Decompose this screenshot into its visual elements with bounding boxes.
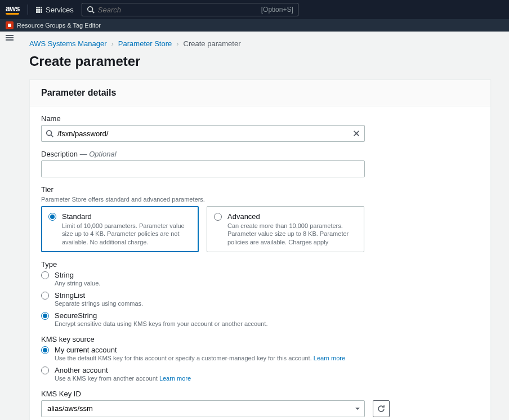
radio-icon xyxy=(48,213,56,221)
svg-line-1 xyxy=(92,11,94,14)
search-input[interactable] xyxy=(98,6,258,14)
search-icon xyxy=(87,6,95,14)
page-title: Create parameter xyxy=(29,53,491,69)
kms-key-id-label: KMS Key ID xyxy=(41,390,479,398)
chevron-right-icon: › xyxy=(176,39,178,48)
type-label: Type xyxy=(41,260,479,269)
radio-icon xyxy=(41,346,49,354)
svg-point-0 xyxy=(88,7,93,12)
breadcrumb-current: Create parameter xyxy=(184,39,241,48)
breadcrumb: AWS Systems Manager › Parameter Store › … xyxy=(29,39,491,48)
refresh-icon xyxy=(377,404,386,413)
field-tier: Tier Parameter Store offers standard and… xyxy=(41,185,479,252)
services-label: Services xyxy=(46,6,74,14)
name-input[interactable] xyxy=(41,125,365,142)
resource-groups-icon xyxy=(6,21,14,29)
tier-option-standard[interactable]: Standard Limit of 10,000 parameters. Par… xyxy=(41,206,199,252)
services-button[interactable]: Services xyxy=(36,6,74,14)
breadcrumb-link-ssm[interactable]: AWS Systems Manager xyxy=(29,39,107,48)
global-search[interactable]: [Option+S] xyxy=(82,3,298,16)
field-name: Name xyxy=(41,114,479,142)
radio-icon xyxy=(41,367,49,374)
type-option-stringlist[interactable]: StringList Separate strings using commas… xyxy=(41,291,479,307)
kms-option-current[interactable]: My current account Use the default KMS k… xyxy=(41,346,479,361)
panel-title: Parameter details xyxy=(41,88,479,98)
sub-nav: Resource Groups & Tag Editor xyxy=(0,19,509,32)
svg-point-2 xyxy=(47,131,52,136)
learn-more-link[interactable]: Learn more xyxy=(314,355,345,361)
sidenav-toggle[interactable] xyxy=(3,35,16,41)
learn-more-link[interactable]: Learn more xyxy=(159,375,191,382)
parameter-details-panel: Parameter details Name Description — Opt… xyxy=(29,79,491,420)
field-description: Description — Optional xyxy=(41,150,479,177)
tier-standard-title: Standard xyxy=(62,212,191,221)
chevron-right-icon: › xyxy=(111,39,114,48)
divider xyxy=(28,5,28,15)
clear-icon[interactable] xyxy=(352,129,360,137)
tier-option-advanced[interactable]: Advanced Can create more than 10,000 par… xyxy=(207,206,364,252)
grid-icon xyxy=(36,7,42,13)
aws-logo[interactable]: aws xyxy=(6,5,20,15)
tier-helper: Parameter Store offers standard and adva… xyxy=(41,196,479,203)
top-nav: aws Services [Option+S] xyxy=(0,0,509,19)
field-type: Type String Any string value. StringList… xyxy=(41,260,479,327)
kms-source-label: KMS key source xyxy=(41,335,479,343)
field-kms-source: KMS key source My current account Use th… xyxy=(41,335,479,382)
description-label: Description — Optional xyxy=(41,150,479,158)
radio-icon xyxy=(214,213,222,221)
breadcrumb-link-parameter-store[interactable]: Parameter Store xyxy=(118,39,172,48)
search-shortcut: [Option+S] xyxy=(261,6,293,14)
page-content: AWS Systems Manager › Parameter Store › … xyxy=(12,32,508,420)
tier-standard-desc: Limit of 10,000 parameters. Parameter va… xyxy=(62,222,191,246)
type-option-string[interactable]: String Any string value. xyxy=(41,271,479,287)
subnav-label[interactable]: Resource Groups & Tag Editor xyxy=(17,22,101,29)
search-icon xyxy=(46,129,53,137)
svg-line-3 xyxy=(51,135,53,137)
kms-option-another[interactable]: Another account Use a KMS key from anoth… xyxy=(41,366,479,382)
field-kms-key-id: KMS Key ID alias/aws/ssm xyxy=(41,390,479,417)
type-option-securestring[interactable]: SecureString Encrypt sensitive data usin… xyxy=(41,311,479,327)
refresh-button[interactable] xyxy=(373,400,390,417)
tier-advanced-title: Advanced xyxy=(227,212,357,221)
kms-key-id-select[interactable]: alias/aws/ssm xyxy=(41,400,365,417)
radio-icon xyxy=(41,292,49,300)
radio-icon xyxy=(41,312,49,320)
tier-label: Tier xyxy=(41,185,479,194)
radio-icon xyxy=(41,271,49,279)
description-input[interactable] xyxy=(41,160,365,177)
name-label: Name xyxy=(41,114,479,123)
panel-header: Parameter details xyxy=(30,80,490,106)
tier-advanced-desc: Can create more than 10,000 parameters. … xyxy=(227,222,357,246)
